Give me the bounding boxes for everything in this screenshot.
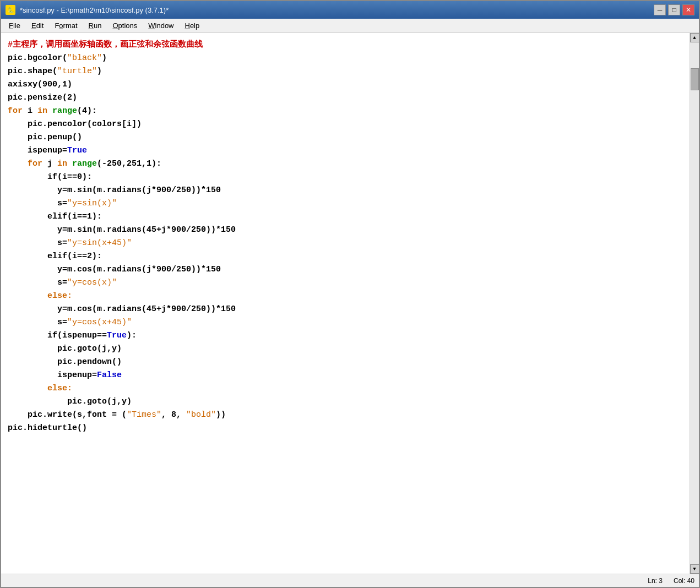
code-line-hideturtle: pic.hideturtle() [8,422,683,435]
code-line-s-sin-1: s="y=sin(x+45)" [8,237,683,250]
code-line-write: pic.write(s,font = ("Times", 8, "bold")) [8,409,683,422]
menu-bar: File Edit Format Run Options Window Help [1,19,699,33]
code-line-y-sin-0: y=m.sin(m.radians(j*900/250))*150 [8,184,683,197]
window-title: *sincosf.py - E:\pmath2\m10\sincosf.py (… [20,6,169,14]
code-line-shape: pic.shape("turtle") [8,65,683,78]
vertical-scrollbar: ▲ ▼ [690,33,699,574]
code-line-pendown: pic.pendown() [8,356,683,369]
code-line-comment: #主程序，调用画坐标轴函数，画正弦和余弦函数曲线 [8,39,683,52]
code-line-ispenup-true: ispenup=True [8,144,683,157]
code-line-ispenup-false: ispenup=False [8,369,683,382]
code-line-elif-i2: elif(i==2): [8,250,683,263]
code-line-y-sin-1: y=m.sin(m.radians(45+j*900/250))*150 [8,224,683,237]
code-line-else-2: else: [8,382,683,395]
menu-run[interactable]: Run [84,20,106,31]
code-editor[interactable]: #主程序，调用画坐标轴函数，画正弦和余弦函数曲线 pic.bgcolor("bl… [1,33,690,574]
status-bar: Ln: 3 Col: 40 [1,574,699,587]
code-line-pencolor: pic.pencolor(colors[i]) [8,118,683,131]
menu-edit[interactable]: Edit [27,20,48,31]
minimize-button[interactable]: ─ [654,4,666,15]
app-icon: 🐍 [6,5,15,15]
status-col: Col: 40 [674,577,694,585]
window-controls: ─ □ ✕ [654,4,694,15]
title-bar-left: 🐍 *sincosf.py - E:\pmath2\m10\sincosf.py… [6,5,169,15]
code-line-else: else: [8,290,683,303]
status-line: Ln: 3 [648,577,663,585]
main-window: 🐍 *sincosf.py - E:\pmath2\m10\sincosf.py… [0,0,700,588]
scroll-up-button[interactable]: ▲ [690,33,699,42]
scroll-track[interactable] [690,42,699,564]
scroll-thumb[interactable] [691,68,699,90]
code-line-for-i: for i in range(4): [8,105,683,118]
code-line-if-ispenup: if(ispenup==True): [8,329,683,342]
code-line-goto-1: pic.goto(j,y) [8,342,683,356]
menu-window[interactable]: Window [144,20,178,31]
menu-options[interactable]: Options [108,20,142,31]
menu-format[interactable]: Format [50,20,82,31]
code-line-y-cos-3: y=m.cos(m.radians(45+j*900/250))*150 [8,303,683,316]
code-line-bgcolor: pic.bgcolor("black") [8,52,683,65]
editor-container: #主程序，调用画坐标轴函数，画正弦和余弦函数曲线 pic.bgcolor("bl… [1,33,699,574]
code-line-elif-i1: elif(i==1): [8,210,683,224]
maximize-button[interactable]: □ [668,4,680,15]
close-button[interactable]: ✕ [682,4,694,15]
code-line-if-i0: if(i==0): [8,171,683,184]
code-line-s-sin-0: s="y=sin(x)" [8,197,683,210]
menu-file[interactable]: File [4,20,25,31]
code-line-for-j: for j in range(-250,251,1): [8,157,683,171]
code-line-y-cos-2: y=m.cos(m.radians(j*900/250))*150 [8,263,683,276]
menu-help[interactable]: Help [181,20,204,31]
scroll-down-button[interactable]: ▼ [690,564,699,574]
code-line-s-cos-2: s="y=cos(x)" [8,276,683,290]
code-line-pensize: pic.pensize(2) [8,91,683,105]
code-line-penup: pic.penup() [8,131,683,144]
code-line-axisxy: axisxy(900,1) [8,78,683,91]
code-line-s-cos-3: s="y=cos(x+45)" [8,316,683,329]
title-bar: 🐍 *sincosf.py - E:\pmath2\m10\sincosf.py… [1,1,699,19]
code-line-goto-2: pic.goto(j,y) [8,395,683,409]
